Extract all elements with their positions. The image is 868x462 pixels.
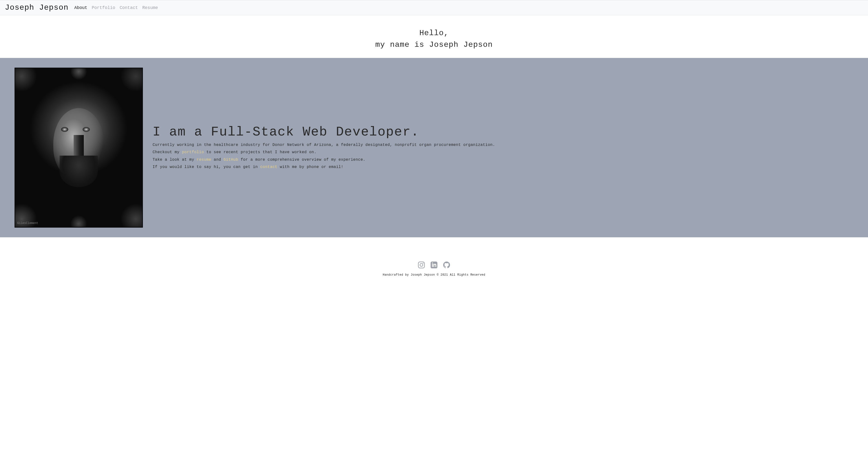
- linkedin-icon[interactable]: [431, 262, 437, 268]
- hero-intro: Hello, my name is Joseph Jepson: [0, 15, 868, 58]
- image-watermark: GilesClement: [17, 222, 38, 225]
- para-2: Checkout my portfolio to see recent proj…: [153, 149, 854, 156]
- resume-link[interactable]: resume: [197, 157, 211, 162]
- nav-link-contact[interactable]: Contact: [120, 5, 138, 10]
- para-3: Take a look at my resume and GitHub for …: [153, 156, 854, 163]
- github-link[interactable]: GitHub: [223, 157, 238, 162]
- brand-name[interactable]: Joseph Jepson: [5, 3, 68, 12]
- nav-link-about[interactable]: About: [74, 5, 87, 10]
- footer-copyright: Handcrafted by Joseph Jepson © 2021 All …: [5, 273, 863, 277]
- instagram-icon[interactable]: [418, 262, 425, 268]
- navbar: Joseph Jepson About Portfolio Contact Re…: [0, 0, 868, 15]
- nav-link-portfolio[interactable]: Portfolio: [92, 5, 115, 10]
- github-icon[interactable]: [443, 262, 450, 268]
- para-4: If you would like to say hi, you can get…: [153, 163, 854, 171]
- body-text: Currently working in the healthcare indu…: [153, 141, 854, 171]
- hero-greeting-line1: Hello,: [5, 27, 863, 39]
- content-text: I am a Full-Stack Web Developer. Current…: [153, 124, 854, 171]
- para-1: Currently working in the healthcare indu…: [153, 141, 854, 149]
- nav-link-resume[interactable]: Resume: [143, 5, 158, 10]
- contact-link[interactable]: contact: [260, 165, 277, 169]
- headline: I am a Full-Stack Web Developer.: [153, 124, 854, 139]
- hero-greeting-line2: my name is Joseph Jepson: [5, 39, 863, 51]
- main-section: GilesClement I am a Full-Stack Web Devel…: [0, 58, 868, 237]
- social-icons: [5, 262, 863, 268]
- portrait-image: GilesClement: [14, 68, 143, 228]
- footer: Handcrafted by Joseph Jepson © 2021 All …: [0, 237, 868, 284]
- portfolio-link[interactable]: portfolio: [182, 150, 204, 154]
- nav-links: About Portfolio Contact Resume: [74, 5, 158, 10]
